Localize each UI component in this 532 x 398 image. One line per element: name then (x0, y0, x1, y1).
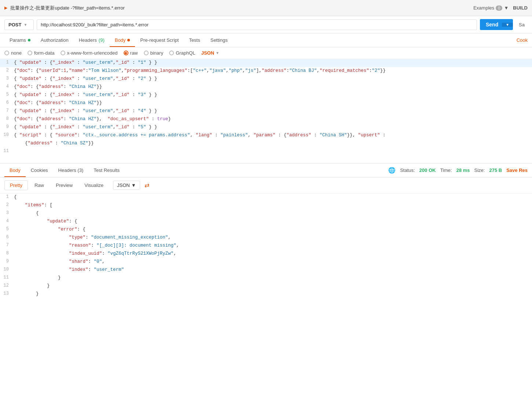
resp-format-select[interactable]: JSON ▼ (113, 181, 140, 190)
resp-tab-headers[interactable]: Headers (3) (53, 164, 89, 177)
code-line-6: 6 {"doc": {"address": "China HZ"}} (0, 99, 532, 107)
resp-line-8: 8 "index_uuid": "vgZ6qTtrRyS21XWoPjRyZw"… (0, 250, 532, 258)
resp-headers-label: Headers (3) (58, 167, 84, 173)
time-value: 28 ms (456, 167, 470, 173)
radio-graphql (169, 51, 174, 55)
none-label: none (11, 50, 22, 56)
body-type-graphql[interactable]: GraphQL (169, 50, 195, 56)
params-dot (28, 39, 30, 41)
tab-settings[interactable]: Settings (205, 34, 233, 47)
resp-tab-body[interactable]: Body (4, 164, 26, 177)
tab-headers[interactable]: Headers (9) (74, 34, 110, 47)
examples-button[interactable]: Examples 0 ▼ (473, 5, 509, 11)
body-type-form-data[interactable]: form-data (28, 50, 55, 56)
save-button[interactable]: Sa (516, 20, 528, 30)
top-bar-right: Examples 0 ▼ BUILD (473, 5, 528, 11)
resp-view-raw[interactable]: Raw (29, 181, 49, 190)
build-button[interactable]: BUILD (513, 5, 528, 11)
json-label: JSON (201, 50, 214, 56)
examples-label: Examples (473, 5, 494, 11)
graphql-label: GraphQL (176, 50, 195, 56)
size-label: Size: (474, 167, 485, 173)
code-line-3: 3 { "update" : {"_index" : "user_term","… (0, 75, 532, 83)
resp-line-4: 4 "update": { (0, 218, 532, 226)
method-dropdown-arrow: ▼ (23, 23, 27, 27)
time-label: Time: (440, 167, 452, 173)
tab-tests[interactable]: Tests (184, 34, 205, 47)
body-type-raw[interactable]: raw (124, 50, 138, 56)
resp-line-12: 12 } (0, 282, 532, 290)
resp-line-9: 9 "shard": "0", (0, 258, 532, 266)
tab-body[interactable]: Body (110, 34, 135, 47)
json-format-select[interactable]: JSON ▼ (201, 50, 219, 56)
code-line-8: 8 {"doc": {"address": "China HZ"}, "doc_… (0, 115, 532, 124)
radio-form-data (28, 51, 32, 55)
resp-view-pretty[interactable]: Pretty (4, 180, 28, 190)
code-line-10b: {"address" : "China SZ"}} (0, 140, 532, 148)
cookies-link[interactable]: Cook (517, 37, 528, 43)
tab-params[interactable]: Params (4, 34, 36, 47)
request-editor[interactable]: 1 { "update" : {"_index" : "user_term","… (0, 59, 532, 163)
resp-format-label: JSON (117, 183, 130, 188)
send-label: Send (486, 22, 498, 27)
collapse-icon[interactable]: ▶ (4, 5, 7, 10)
raw-label: raw (130, 50, 138, 56)
body-type-urlencoded[interactable]: x-www-form-urlencoded (61, 50, 118, 56)
form-data-label: form-data (34, 50, 55, 56)
resp-tab-cookies[interactable]: Cookies (26, 164, 53, 177)
visualize-label: Visualize (84, 183, 103, 188)
resp-cookies-label: Cookies (31, 167, 48, 173)
request-tabs: Params Authorization Headers (9) Body Pr… (0, 33, 532, 47)
send-button[interactable]: Send ▼ (480, 19, 513, 30)
urlencoded-label: x-www-form-urlencoded (67, 50, 118, 56)
status-value: 200 OK (419, 167, 436, 173)
tab-tests-label: Tests (189, 37, 200, 43)
tab-headers-label: Headers (79, 37, 97, 43)
resp-tab-test-results[interactable]: Test Results (88, 164, 125, 177)
method-select[interactable]: POST ▼ (4, 19, 34, 30)
resp-line-2: 2 "items": [ (0, 202, 532, 210)
body-type-none[interactable]: none (4, 50, 22, 56)
code-line-7: 7 { "update" : {"_index" : "user_term","… (0, 107, 532, 115)
top-bar: ▶ 批量操作之-批量更新update -?filter_path=items.*… (0, 0, 532, 16)
save-response-button[interactable]: Save Res (506, 167, 528, 173)
tab-authorization[interactable]: Authorization (36, 34, 74, 47)
resp-line-6: 6 "type": "document_missing_exception", (0, 234, 532, 242)
resp-view-visualize[interactable]: Visualize (79, 181, 109, 190)
radio-raw (124, 51, 128, 55)
method-label: POST (8, 22, 21, 27)
code-line-11: 11 (0, 148, 532, 156)
resp-line-11: 11 } (0, 274, 532, 282)
body-dot (127, 39, 130, 41)
code-line-1: 1 { "update" : {"_index" : "user_term","… (0, 59, 532, 67)
code-line-2: 2 {"doc": {"userId":1,"name":"Tom Wilson… (0, 67, 532, 75)
resp-line-5: 5 "error": { (0, 226, 532, 234)
chevron-down-icon: ▼ (504, 5, 509, 11)
resp-line-7: 7 "reason": "[_doc][3]: document missing… (0, 242, 532, 250)
send-arrow[interactable]: ▼ (502, 23, 513, 27)
request-title: 批量操作之-批量更新update -?filter_path=items.*.e… (10, 5, 470, 11)
globe-icon: 🌐 (388, 167, 396, 174)
tab-prerequest-label: Pre-request Script (140, 37, 179, 43)
examples-badge: 0 (496, 5, 502, 11)
body-type-binary[interactable]: binary (144, 50, 163, 56)
tab-settings-label: Settings (210, 37, 227, 43)
tab-prerequest[interactable]: Pre-request Script (135, 34, 184, 47)
response-view-tabs: Pretty Raw Preview Visualize JSON ▼ ⇄ (0, 177, 532, 194)
url-input[interactable] (37, 19, 477, 30)
size-value: 275 B (489, 167, 502, 173)
code-line-5: 5 { "update" : {"_index" : "user_term","… (0, 91, 532, 99)
radio-urlencoded (61, 51, 65, 55)
code-line-9: 9 { "update" : {"_index" : "user_term","… (0, 124, 532, 132)
code-line-4: 4 {"doc": {"address": "China HZ"}} (0, 83, 532, 91)
binary-label: binary (150, 50, 163, 56)
raw-label: Raw (34, 183, 44, 188)
headers-count: (9) (99, 37, 105, 43)
resp-test-results-label: Test Results (94, 167, 120, 173)
response-editor: 1 { 2 "items": [ 3 { 4 "update": { 5 "er… (0, 194, 532, 333)
wrap-icon[interactable]: ⇄ (145, 182, 149, 189)
title-text: 批量操作之-批量更新update -?filter_path=items.*.e… (10, 5, 125, 11)
pretty-label: Pretty (10, 183, 22, 188)
resp-view-preview[interactable]: Preview (51, 181, 78, 190)
resp-line-13: 13 } (0, 290, 532, 298)
